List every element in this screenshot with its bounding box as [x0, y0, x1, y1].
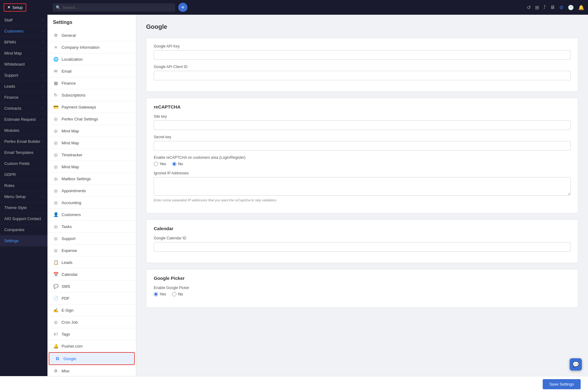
settings-menu-pusher[interactable]: 🔔 Pusher.com: [47, 340, 136, 352]
calendar-id-input[interactable]: [154, 242, 571, 252]
menu-label: Calendar: [62, 272, 78, 277]
picker-no-option[interactable]: No: [172, 292, 183, 296]
sidebar-item-companies[interactable]: Companies: [0, 224, 47, 235]
tags-icon: 🏷: [53, 331, 58, 337]
add-button[interactable]: +: [178, 3, 187, 12]
settings-menu-mind-map-3[interactable]: ◎ Mind Map: [47, 161, 136, 173]
sidebar-item-custom-fields[interactable]: Custom Fields: [0, 158, 47, 169]
sidebar-item-roles[interactable]: Roles: [0, 180, 47, 191]
save-settings-button[interactable]: Save Settings: [543, 379, 581, 389]
settings-menu-expense[interactable]: ◎ Expense: [47, 245, 136, 257]
settings-menu-tasks[interactable]: ◎ Tasks: [47, 221, 136, 233]
bottom-bar: Save Settings: [0, 376, 588, 392]
settings-menu-misc[interactable]: ⚙ Misc: [47, 365, 136, 376]
settings-menu-google[interactable]: G Google: [49, 352, 135, 365]
sidebar-item-estimate-request[interactable]: Estimate Request ›: [0, 114, 47, 125]
menu-label: Mind Map: [62, 141, 79, 145]
ignored-ip-label: Ignored IP Addresses: [154, 171, 571, 175]
sidebar-item-perfex-email-builder[interactable]: Perfex Email Builder ›: [0, 136, 47, 147]
settings-menu-timetracker[interactable]: ◎ Timetracker: [47, 149, 136, 161]
settings-menu-subscriptions[interactable]: ↻ Subscriptions: [47, 89, 136, 101]
pdf-icon: 📄: [53, 295, 58, 301]
sidebar-item-gdpr[interactable]: GDPR: [0, 169, 47, 180]
secret-key-label: Secret key: [154, 135, 571, 139]
picker-no-radio[interactable]: [172, 292, 176, 296]
settings-menu-mind-map-1[interactable]: ◎ Mind Map: [47, 125, 136, 137]
bell-icon[interactable]: 🔔: [578, 5, 584, 10]
site-key-input[interactable]: [154, 120, 571, 130]
main-layout: Staff › Customers › BPMN › Mind Map › Wh…: [0, 15, 588, 376]
settings-menu-leads[interactable]: 📋 Leads: [47, 257, 136, 268]
settings-menu-email[interactable]: ✉ Email: [47, 65, 136, 77]
grid-icon[interactable]: ⊞: [535, 5, 539, 10]
settings-menu-calendar[interactable]: 📅 Calendar: [47, 268, 136, 280]
sidebar-item-customers[interactable]: Customers ›: [0, 26, 47, 37]
secret-key-input[interactable]: [154, 141, 571, 150]
menu-label: Mind Map: [62, 129, 79, 133]
sidebar-item-finance[interactable]: Finance ›: [0, 92, 47, 103]
settings-menu-perfex-chat[interactable]: ◎ Perfex Chat Settings: [47, 113, 136, 125]
settings-menu-customers[interactable]: 👤 Customers: [47, 209, 136, 221]
search-input[interactable]: [62, 3, 172, 12]
sidebar-item-support[interactable]: Support ›: [0, 70, 47, 81]
clock-icon[interactable]: 🕐: [568, 5, 574, 10]
menu-label: Timetracker: [62, 153, 82, 157]
menu-label: Expense: [62, 248, 77, 253]
sidebar-item-aio-support[interactable]: AIO Support Contact: [0, 213, 47, 224]
sidebar-item-settings[interactable]: Settings: [0, 235, 47, 246]
menu-label: Support: [62, 236, 76, 241]
close-icon: ✕: [7, 5, 10, 10]
perfex-chat-icon: ◎: [53, 116, 58, 122]
display-icon[interactable]: 🖥: [550, 5, 555, 10]
sidebar-item-email-templates[interactable]: Email Templates: [0, 147, 47, 158]
settings-icon[interactable]: ⚙: [559, 5, 564, 10]
settings-menu-general[interactable]: ⚙ General: [47, 29, 136, 41]
appointments-icon: ◎: [53, 188, 58, 193]
sidebar-item-contracts[interactable]: Contracts ›: [0, 103, 47, 114]
sidebar-item-staff[interactable]: Staff ›: [0, 15, 47, 26]
settings-menu-company-info[interactable]: ≡ Company Information: [47, 41, 136, 53]
menu-label: Misc: [62, 369, 70, 373]
recaptcha-title: reCAPTCHA: [154, 104, 571, 109]
settings-menu-finance[interactable]: ▦ Finance: [47, 77, 136, 89]
recaptcha-no-radio[interactable]: [172, 162, 176, 166]
settings-menu-accounting[interactable]: ◎ Accounting: [47, 197, 136, 209]
history-icon[interactable]: ↺: [527, 5, 531, 10]
enable-recaptcha-group: Enable reCAPTCHA on customers area (Logi…: [154, 155, 571, 166]
settings-menu-pdf[interactable]: 📄 PDF: [47, 292, 136, 304]
recaptcha-yes-option[interactable]: Yes: [154, 162, 166, 166]
google-icon: G: [55, 356, 60, 361]
ignored-ip-textarea[interactable]: [154, 177, 571, 196]
menu-label: Company Information: [62, 45, 100, 50]
chat-icon: 💬: [572, 361, 579, 368]
settings-menu-support[interactable]: ◎ Support: [47, 233, 136, 245]
settings-menu-appointments[interactable]: ◎ Appointments: [47, 185, 136, 197]
cron-job-icon: ◎: [53, 319, 58, 325]
settings-menu-payment-gateways[interactable]: 💳 Payment Gateways: [47, 101, 136, 113]
settings-menu-sms[interactable]: 💬 SMS: [47, 280, 136, 292]
settings-menu-tags[interactable]: 🏷 Tags: [47, 328, 136, 340]
sidebar-item-mind-map[interactable]: Mind Map ›: [0, 48, 47, 59]
share-icon[interactable]: ⤴: [543, 5, 546, 10]
sidebar-item-theme-style[interactable]: Theme Style: [0, 202, 47, 213]
picker-yes-option[interactable]: Yes: [154, 292, 166, 296]
sidebar-item-bpmn[interactable]: BPMN ›: [0, 37, 47, 48]
settings-menu-mailbox[interactable]: ◎ Mailbox Settings: [47, 173, 136, 185]
settings-menu-mind-map-2[interactable]: ◎ Mind Map: [47, 137, 136, 149]
menu-label: PDF: [62, 296, 70, 301]
sidebar-item-modules[interactable]: Modules: [0, 125, 47, 136]
api-key-input[interactable]: [154, 50, 571, 60]
setup-tab[interactable]: ✕ Setup: [4, 3, 26, 12]
sidebar-item-menu-setup[interactable]: Menu Setup ›: [0, 191, 47, 202]
settings-menu-localization[interactable]: 🌐 Localization: [47, 53, 136, 65]
recaptcha-no-option[interactable]: No: [172, 162, 183, 166]
sidebar-item-leads[interactable]: Leads ›: [0, 81, 47, 92]
calendar-menu-icon: 📅: [53, 272, 58, 277]
api-client-id-input[interactable]: [154, 71, 571, 80]
picker-yes-radio[interactable]: [154, 292, 158, 296]
sidebar-item-whiteboard[interactable]: Whiteboard: [0, 59, 47, 70]
settings-menu-cron-job[interactable]: ◎ Cron Job: [47, 316, 136, 328]
settings-menu-esign[interactable]: ✍ E-Sign: [47, 304, 136, 316]
chat-widget[interactable]: 💬: [570, 358, 582, 371]
recaptcha-yes-radio[interactable]: [154, 162, 158, 166]
